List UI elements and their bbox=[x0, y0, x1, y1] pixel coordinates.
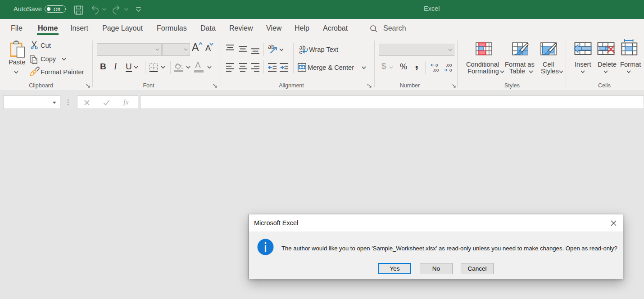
svg-text:0: 0 bbox=[435, 63, 438, 68]
svg-text:.00: .00 bbox=[446, 63, 452, 68]
svg-text:0: 0 bbox=[449, 68, 452, 72]
svg-text:c: c bbox=[299, 49, 302, 55]
svg-text:.00: .00 bbox=[433, 68, 439, 72]
